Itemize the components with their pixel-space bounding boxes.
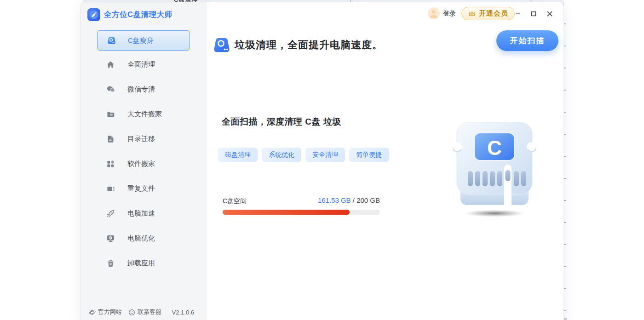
maximize-button[interactable] [528,8,540,19]
sidebar-item-label: C盘瘦身 [128,36,154,45]
login-button[interactable]: 登录 [443,10,456,18]
sidebar-item-software-move[interactable]: 软件搬家 [97,154,190,173]
hero-icon-wrap [213,36,231,57]
feature-tags: 磁盘清理 系统优化 安全清理 简单便捷 [218,148,393,162]
sidebar-item-label: 全面清理 [127,60,155,69]
start-scan-button[interactable]: 开始扫描 [496,30,558,51]
vip-button[interactable]: 开通会员 [461,7,515,20]
close-button[interactable] [544,8,556,19]
sidebar-item-pc-speedup[interactable]: 电脑加速 [97,204,190,223]
c-drive-illustration: C [453,119,536,221]
sidebar-item-pc-optimize[interactable]: 电脑优化 [97,229,190,247]
sidebar-item-label: 电脑加速 [127,209,155,218]
maximize-icon [530,10,537,17]
vip-label: 开通会员 [479,9,508,18]
smiley-icon [128,309,135,316]
disk-used-value: 161.53 GB [318,196,351,204]
app-logo-row: 全方位C盘清理大师 [87,8,172,21]
wechat-icon [107,86,115,93]
tag-system-optimize: 系统优化 [262,148,301,162]
disk-progress-fill [223,210,350,215]
close-icon [546,10,553,17]
official-website-label: 官方网站 [98,308,122,316]
avatar[interactable] [428,7,440,19]
monitor-gear-icon [107,234,115,242]
avatar-person-icon [428,7,440,19]
file-move-icon [107,135,115,143]
disk-separator: / [351,196,357,204]
official-website-link[interactable]: 官方网站 [89,308,122,316]
sidebar-item-duplicate-files[interactable]: 重复文件 [97,179,190,198]
disk-progress-bar [223,210,380,215]
disk-space-value: 161.53 GB / 200 GB [223,196,380,204]
sidebar-item-label: 大文件搬家 [127,110,162,119]
tag-disk-clean: 磁盘清理 [218,148,258,162]
trash-x-icon [107,259,115,267]
minimize-icon [514,10,522,17]
sidebar-item-full-clean[interactable]: 全面清理 [97,55,190,74]
background-window-right-ruler [564,2,567,320]
drive-letter: C [487,137,502,159]
sidebar-footer: 官方网站 联系客服 V2.1.0.6 [89,308,194,316]
planet-icon [89,309,96,316]
app-window: 全方位C盘清理大师 C盘瘦身 全面清理 [80,2,564,320]
c-drive-bag-icon [107,36,116,46]
sidebar-item-uninstall-apps[interactable]: 卸载应用 [97,254,190,272]
sidebar-item-label: 重复文件 [127,184,155,193]
c-drive-chip-icon: C [453,119,536,219]
sidebar: 全方位C盘清理大师 C盘瘦身 全面清理 [80,2,207,320]
version-label: V2.1.0.6 [172,309,194,316]
tag-simple-convenient: 简单便捷 [349,148,389,162]
sidebar-item-dir-migrate[interactable]: 目录迁移 [97,130,190,148]
duplicate-files-icon [107,185,115,193]
rocket-icon [107,210,115,217]
tag-safe-clean: 安全清理 [305,148,345,162]
sidebar-item-label: 卸载应用 [127,259,155,268]
sidebar-item-wechat-clean[interactable]: 微信专清 [97,80,190,98]
blocks-icon [107,160,115,168]
contact-support-label: 联系客服 [138,308,161,316]
sidebar-item-c-drive-slim[interactable]: C盘瘦身 [97,30,190,51]
sidebar-item-big-file-move[interactable]: 大文件搬家 [97,105,190,123]
folder-move-icon [107,110,115,118]
app-title: 全方位C盘清理大师 [104,10,172,20]
contact-support-link[interactable]: 联系客服 [128,308,161,316]
disk-total-value: 200 GB [356,196,380,204]
desktop: C盘清理 全方位C盘清理大师 [0,0,644,320]
broom-logo-icon [87,8,100,21]
sidebar-item-label: 微信专清 [127,85,155,94]
sidebar-item-label: 软件搬家 [127,160,155,168]
c-drive-clean-icon [213,36,231,55]
sidebar-item-label: 电脑优化 [127,234,155,243]
sidebar-item-label: 目录迁移 [127,135,155,143]
crown-icon [468,10,476,18]
content-heading: 全面扫描，深度清理 C盘 垃圾 [222,116,341,128]
hero-title: 垃圾清理，全面提升电脑速度。 [235,38,383,52]
home-icon [107,61,115,69]
minimize-button[interactable] [512,8,524,19]
